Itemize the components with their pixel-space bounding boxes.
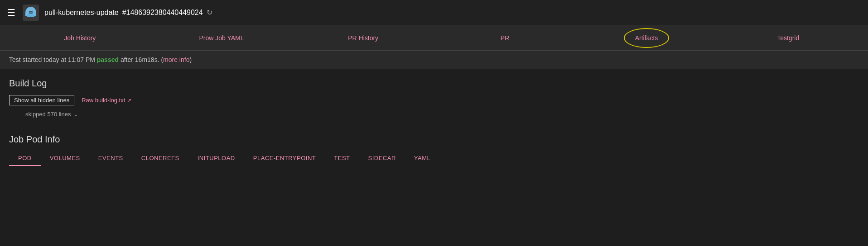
status-prefix: Test started today at 11:07 PM (9, 56, 97, 63)
nav-bar: Job History Prow Job YAML PR History PR … (0, 25, 868, 51)
pod-tabs: POD VOLUMES EVENTS CLONEREFS INITUPLOAD … (9, 151, 859, 166)
job-name: pull-kubernetes-update (44, 9, 119, 17)
pod-tab-pod[interactable]: POD (9, 151, 41, 166)
nav-item-job-history: Job History (9, 34, 151, 42)
pod-tab-test[interactable]: TEST (325, 151, 359, 166)
nav-link-prow-job-yaml[interactable]: Prow Job YAML (195, 33, 247, 43)
nav-link-pr-history[interactable]: PR History (344, 33, 382, 43)
header-bar: ☰ pull-kubernetes-update #14863923804404… (0, 0, 868, 25)
nav-item-artifacts: Artifacts (576, 34, 718, 42)
pod-tab-sidecar[interactable]: SIDECAR (359, 151, 405, 166)
nav-link-job-history[interactable]: Job History (60, 33, 99, 43)
pod-tab-place-entrypoint[interactable]: PLACE-ENTRYPOINT (244, 151, 325, 166)
nav-item-prow-job-yaml: Prow Job YAML (151, 34, 293, 42)
prow-logo (23, 5, 39, 21)
refresh-icon[interactable]: ↻ (207, 8, 212, 17)
nav-item-pr-history: PR History (292, 34, 434, 42)
show-hidden-lines-button[interactable]: Show all hidden lines (9, 95, 74, 105)
raw-log-link[interactable]: Raw build-log.txt ↗ (82, 97, 131, 104)
header-title: pull-kubernetes-update #1486392380440449… (44, 8, 212, 17)
status-bar: Test started today at 11:07 PM passed af… (0, 51, 868, 69)
raw-log-label: Raw build-log.txt (82, 97, 125, 104)
more-info-link[interactable]: more info (163, 56, 189, 63)
pod-tab-volumes[interactable]: VOLUMES (41, 151, 89, 166)
skipped-lines[interactable]: skipped 570 lines ⌄ (9, 111, 859, 118)
pod-tab-clonerefs[interactable]: CLONEREFS (132, 151, 188, 166)
status-suffix: after 16m18s. ( (119, 56, 163, 63)
job-number: #1486392380440449024 (122, 9, 203, 17)
pod-tab-yaml[interactable]: YAML (405, 151, 439, 166)
external-link-icon: ↗ (127, 97, 131, 104)
nav-link-artifacts[interactable]: Artifacts (632, 33, 662, 43)
menu-icon[interactable]: ☰ (7, 7, 15, 18)
nav-link-testgrid[interactable]: Testgrid (773, 33, 803, 43)
skipped-lines-text: skipped 570 lines (25, 111, 71, 118)
pod-tab-events[interactable]: EVENTS (89, 151, 132, 166)
skipped-lines-arrow: ⌄ (73, 111, 78, 118)
build-log-title: Build Log (9, 78, 859, 89)
build-log-section: Build Log Show all hidden lines Raw buil… (0, 69, 868, 125)
nav-item-testgrid: Testgrid (717, 34, 859, 42)
pod-tab-initupload[interactable]: INITUPLOAD (188, 151, 244, 166)
build-log-controls: Show all hidden lines Raw build-log.txt … (9, 95, 859, 105)
status-passed: passed (97, 56, 119, 63)
nav-item-pr: PR (434, 34, 576, 42)
status-close: ) (189, 56, 192, 63)
job-pod-info-title: Job Pod Info (9, 134, 859, 145)
nav-link-pr[interactable]: PR (497, 33, 513, 43)
job-pod-info-section: Job Pod Info POD VOLUMES EVENTS CLONEREF… (0, 125, 868, 166)
